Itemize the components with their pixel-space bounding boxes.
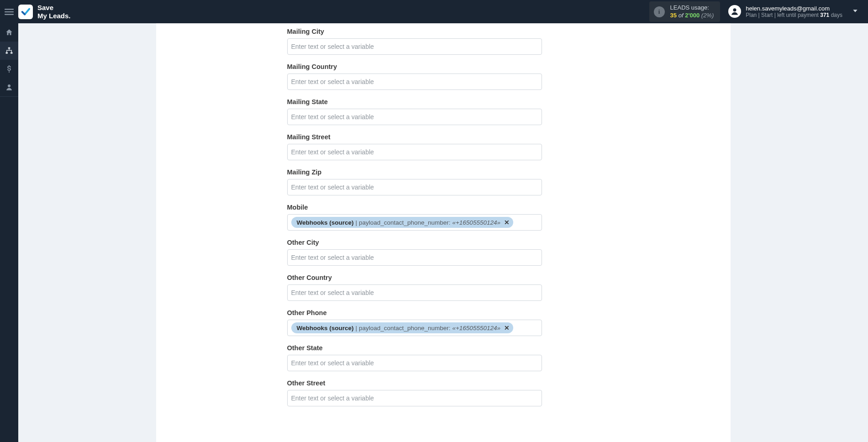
usage-panel[interactable]: i LEADS usage: 35 of 2'000 (2%): [649, 1, 721, 22]
svg-point-3: [733, 9, 736, 12]
usage-of: of: [679, 12, 684, 19]
field-other_phone: Other PhoneWebhooks (source) | payload_c…: [287, 309, 542, 336]
main-scroll[interactable]: Mailing CityMailing CountryMailing State…: [18, 23, 868, 442]
avatar: [728, 5, 741, 18]
field-input-wrap-mobile[interactable]: Webhooks (source) | payload_contact_phon…: [287, 214, 542, 231]
usage-total: 2'000: [685, 12, 700, 19]
brand-title: Save My Leads.: [37, 4, 71, 20]
form-column: Mailing CityMailing CountryMailing State…: [287, 23, 542, 406]
field-input-mailing_city[interactable]: [291, 43, 538, 50]
hamburger-icon: [5, 7, 14, 16]
usage-lines: LEADS usage: 35 of 2'000 (2%): [670, 4, 714, 19]
svg-rect-4: [8, 47, 11, 49]
field-label-other_state: Other State: [287, 344, 542, 352]
svg-rect-2: [5, 14, 14, 15]
chip-value: «+16505550124»: [452, 325, 500, 332]
field-mailing_city: Mailing City: [287, 28, 542, 55]
svg-point-7: [8, 84, 11, 87]
sidebar-item-billing[interactable]: [0, 60, 18, 78]
plan-mid: | left until payment: [774, 12, 819, 18]
field-input-mailing_state[interactable]: [291, 113, 538, 121]
field-input-other_city[interactable]: [291, 254, 538, 261]
account-lines: helen.savemyleads@gmail.com Plan | Start…: [746, 5, 842, 19]
usage-label: LEADS usage:: [670, 4, 714, 11]
left-sidebar: [0, 23, 18, 442]
field-input-wrap-mailing_country[interactable]: [287, 74, 542, 90]
field-input-mobile[interactable]: [515, 219, 538, 226]
field-input-other_phone[interactable]: [515, 324, 538, 332]
field-input-mailing_country[interactable]: [291, 78, 538, 85]
field-label-mailing_zip: Mailing Zip: [287, 168, 542, 176]
brand-line1: Save: [37, 4, 71, 11]
usage-numbers: 35 of 2'000 (2%): [670, 12, 714, 19]
field-input-wrap-mailing_zip[interactable]: [287, 179, 542, 195]
brand-logo[interactable]: [18, 5, 33, 19]
chip-source: Webhooks (source): [297, 219, 354, 226]
sidebar-divider: [0, 96, 18, 97]
field-other_country: Other Country: [287, 274, 542, 301]
sidebar-item-home[interactable]: [0, 23, 18, 42]
field-mailing_street: Mailing Street: [287, 133, 542, 160]
svg-rect-5: [6, 52, 8, 54]
chip-mobile[interactable]: Webhooks (source) | payload_contact_phon…: [291, 217, 513, 228]
chip-other_phone[interactable]: Webhooks (source) | payload_contact_phon…: [291, 322, 513, 333]
field-input-wrap-other_street[interactable]: [287, 390, 542, 406]
field-input-wrap-other_city[interactable]: [287, 249, 542, 266]
field-input-wrap-other_phone[interactable]: Webhooks (source) | payload_contact_phon…: [287, 320, 542, 336]
field-label-other_street: Other Street: [287, 379, 542, 387]
field-label-mailing_street: Mailing Street: [287, 133, 542, 141]
chip-value: «+16505550124»: [452, 219, 500, 226]
field-label-other_country: Other Country: [287, 274, 542, 281]
field-other_city: Other City: [287, 239, 542, 266]
field-input-other_country[interactable]: [291, 289, 538, 296]
brand-line2: My Leads.: [37, 12, 71, 20]
chip-pipe: |: [356, 219, 358, 226]
content-card: Mailing CityMailing CountryMailing State…: [156, 23, 731, 442]
field-other_state: Other State: [287, 344, 542, 371]
sidebar-item-profile[interactable]: [0, 78, 18, 96]
plan-prefix: Plan |: [746, 12, 759, 18]
field-input-other_street[interactable]: [291, 395, 538, 402]
top-bar: Save My Leads. i LEADS usage: 35 of 2'00…: [0, 0, 868, 23]
svg-rect-0: [5, 9, 14, 10]
field-label-other_phone: Other Phone: [287, 309, 542, 316]
field-input-wrap-other_country[interactable]: [287, 284, 542, 301]
plan-name: Start: [761, 12, 773, 18]
account-menu[interactable]: helen.savemyleads@gmail.com Plan | Start…: [728, 5, 842, 19]
field-input-other_state[interactable]: [291, 359, 538, 367]
field-label-mobile: Mobile: [287, 204, 542, 211]
sidebar-item-connections[interactable]: [0, 42, 18, 60]
field-label-mailing_country: Mailing Country: [287, 63, 542, 70]
dollar-icon: [5, 65, 13, 73]
field-label-mailing_city: Mailing City: [287, 28, 542, 35]
chip-remove-icon[interactable]: ✕: [504, 324, 510, 332]
chevron-down-icon: [852, 7, 859, 15]
field-input-wrap-other_state[interactable]: [287, 355, 542, 371]
user-avatar-icon: [730, 7, 739, 16]
account-chevron[interactable]: [852, 7, 859, 16]
plan-days-num: 371: [820, 12, 829, 18]
chip-pipe: |: [356, 325, 358, 332]
info-icon: i: [654, 6, 665, 17]
usage-used: 35: [670, 12, 677, 19]
field-mailing_state: Mailing State: [287, 98, 542, 125]
chip-path: payload_contact_phone_number:: [359, 325, 450, 332]
svg-rect-6: [11, 52, 13, 54]
chip-path: payload_contact_phone_number:: [359, 219, 450, 226]
chip-remove-icon[interactable]: ✕: [504, 219, 510, 226]
hamburger-button[interactable]: [0, 0, 18, 23]
field-input-wrap-mailing_city[interactable]: [287, 38, 542, 55]
field-input-wrap-mailing_state[interactable]: [287, 109, 542, 125]
user-icon: [5, 83, 13, 91]
field-label-other_city: Other City: [287, 239, 542, 246]
home-icon: [5, 28, 13, 37]
field-input-mailing_zip[interactable]: [291, 184, 538, 191]
field-input-wrap-mailing_street[interactable]: [287, 144, 542, 160]
field-mailing_zip: Mailing Zip: [287, 168, 542, 195]
sitemap-icon: [5, 47, 13, 55]
field-other_street: Other Street: [287, 379, 542, 406]
field-mobile: MobileWebhooks (source) | payload_contac…: [287, 204, 542, 231]
account-email: helen.savemyleads@gmail.com: [746, 5, 842, 12]
field-input-mailing_street[interactable]: [291, 148, 538, 156]
check-logo-icon: [21, 7, 31, 17]
